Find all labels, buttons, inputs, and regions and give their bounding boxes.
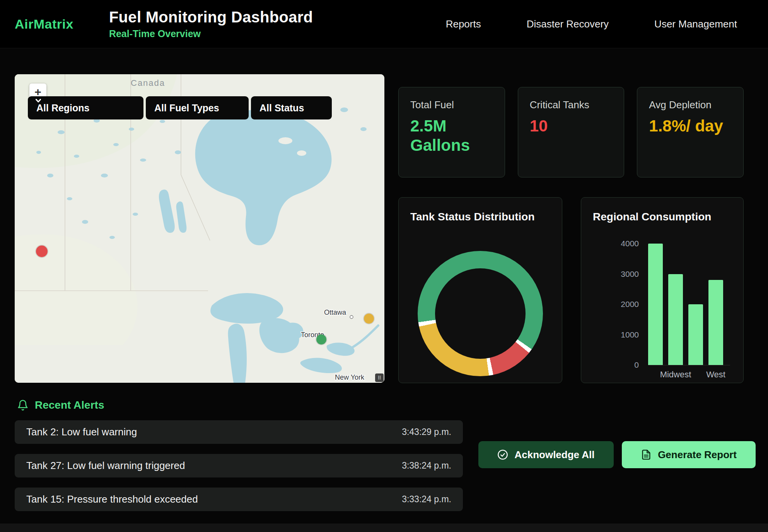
- stats-row: Total Fuel 2.5M Gallons Critical Tanks 1…: [398, 87, 744, 177]
- tank-marker-normal[interactable]: [316, 334, 326, 344]
- regional-consumption-card: Regional Consumption 40003000200010000 M…: [581, 197, 744, 383]
- y-tick-label: 4000: [581, 239, 639, 248]
- alert-message: Tank 27: Low fuel warning triggered: [26, 460, 185, 472]
- status-filter-label: All Status: [259, 102, 304, 114]
- region-filter-label: All Regions: [36, 102, 90, 114]
- nav-reports[interactable]: Reports: [446, 18, 481, 30]
- header: AirMatrix Fuel Monitoring Dashboard Real…: [0, 0, 768, 48]
- y-tick-label: 1000: [581, 330, 639, 339]
- nav-disaster-recovery[interactable]: Disaster Recovery: [527, 18, 609, 30]
- page-subtitle: Real-Time Overview: [109, 28, 313, 39]
- chart-title: Tank Status Distribution: [399, 198, 562, 223]
- region-filter-dropdown[interactable]: All Regions: [28, 96, 143, 119]
- document-icon: [641, 449, 652, 460]
- stat-value: 1.8%/ day: [649, 116, 732, 136]
- regional-xlabels: MidwestWest: [648, 370, 723, 380]
- bell-icon: [17, 399, 29, 411]
- tank-marker-warning[interactable]: [364, 314, 374, 324]
- tank-status-donut: [418, 251, 543, 376]
- alert-row[interactable]: Tank 2: Low fuel warning 3:43:29 p.m.: [15, 420, 463, 444]
- map-filters: All Regions All Fuel Types All Status: [28, 96, 332, 119]
- generate-report-button[interactable]: Generate Report: [622, 441, 756, 468]
- alert-row[interactable]: Tank 15: Pressure threshold exceeded 3:3…: [15, 488, 463, 511]
- map-label-ottawa: Ottawa: [324, 309, 346, 316]
- acknowledge-all-button[interactable]: Acknowledge All: [478, 441, 614, 468]
- y-tick-label: 2000: [581, 300, 639, 309]
- x-tick-label: Midwest: [668, 370, 683, 380]
- bar: [668, 274, 683, 365]
- y-tick-label: 3000: [581, 269, 639, 279]
- bar: [688, 304, 703, 365]
- fuel-type-filter-label: All Fuel Types: [154, 102, 219, 114]
- bar: [648, 244, 663, 365]
- chart-title: Regional Consumption: [581, 198, 743, 223]
- stat-label: Avg Depletion: [649, 99, 732, 111]
- alert-time: 3:38:24 p.m.: [402, 460, 451, 471]
- stat-card-avg-depletion: Avg Depletion 1.8%/ day: [637, 87, 744, 177]
- stat-card-total-fuel: Total Fuel 2.5M Gallons: [398, 87, 505, 177]
- main-nav: Reports Disaster Recovery User Managemen…: [446, 18, 768, 30]
- acknowledge-all-label: Acknowledge All: [514, 449, 594, 461]
- chevron-down-icon: [34, 96, 43, 105]
- page-title: Fuel Monitoring Dashboard: [109, 9, 313, 26]
- fuel-monitoring-dashboard: AirMatrix Fuel Monitoring Dashboard Real…: [0, 0, 768, 532]
- alert-time: 3:33:24 p.m.: [402, 494, 451, 505]
- alert-list: Tank 2: Low fuel warning 3:43:29 p.m. Ta…: [15, 420, 463, 511]
- alert-row[interactable]: Tank 27: Low fuel warning triggered 3:38…: [15, 454, 463, 477]
- brand-logo: AirMatrix: [15, 17, 73, 32]
- donut-hole: [435, 268, 526, 359]
- x-tick-label: West: [708, 370, 723, 380]
- map-label-new-york: New York: [335, 373, 365, 381]
- check-circle-icon: [497, 449, 508, 460]
- stat-value: 2.5M Gallons: [410, 116, 493, 155]
- city-dot: [350, 315, 353, 319]
- nav-user-management[interactable]: User Management: [654, 18, 737, 30]
- fuel-type-filter-dropdown[interactable]: All Fuel Types: [146, 96, 249, 119]
- map[interactable]: Canada Ottawa Toronto New York + All Reg…: [15, 74, 384, 383]
- stat-label: Total Fuel: [410, 99, 493, 111]
- drag-handle-icon[interactable]: ⠿: [375, 373, 384, 382]
- alerts-heading: Recent Alerts: [17, 399, 104, 411]
- stat-card-critical-tanks: Critical Tanks 10: [518, 87, 625, 177]
- alerts-heading-label: Recent Alerts: [35, 399, 104, 411]
- footer-bar: [0, 523, 768, 532]
- alert-message: Tank 15: Pressure threshold exceeded: [26, 493, 198, 505]
- y-tick-label: 0: [581, 360, 639, 370]
- status-filter-dropdown[interactable]: All Status: [251, 96, 332, 119]
- map-canvas: Canada Ottawa Toronto New York: [15, 74, 384, 383]
- tank-status-card: Tank Status Distribution: [398, 197, 562, 383]
- regional-bars: [648, 244, 730, 365]
- tank-marker-critical[interactable]: [36, 246, 48, 257]
- stat-value: 10: [530, 116, 613, 136]
- x-tick-label: [688, 370, 703, 380]
- generate-report-label: Generate Report: [658, 449, 737, 461]
- map-label-country: Canada: [131, 78, 165, 88]
- bar: [708, 280, 723, 365]
- alert-message: Tank 2: Low fuel warning: [26, 426, 137, 438]
- stat-label: Critical Tanks: [530, 99, 613, 111]
- title-block: Fuel Monitoring Dashboard Real-Time Over…: [109, 9, 313, 39]
- alert-time: 3:43:29 p.m.: [402, 427, 451, 437]
